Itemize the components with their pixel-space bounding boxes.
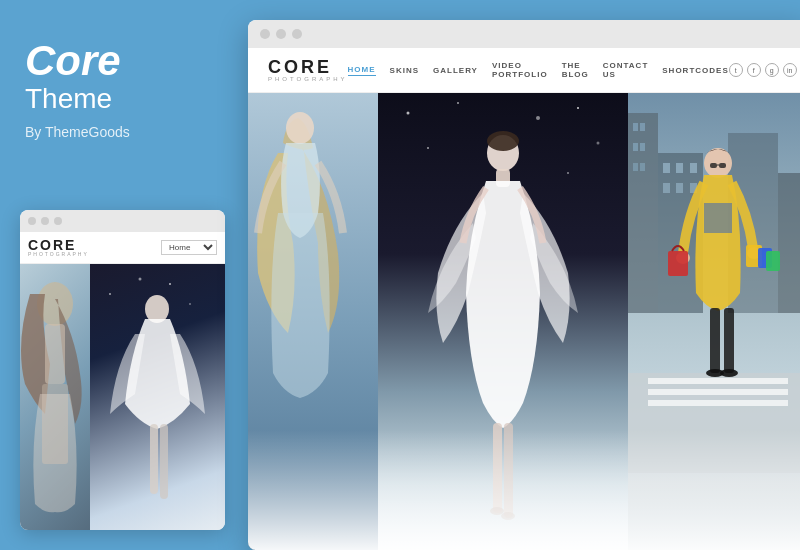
main-nav: CORE PHOTOGRAPHY HOME SKINS GALLERY VIDE… [248, 48, 800, 93]
theme-subtitle: Theme [25, 82, 215, 116]
svg-rect-43 [778, 173, 800, 313]
nav-link-skins[interactable]: SKINS [390, 66, 419, 75]
svg-rect-62 [766, 251, 780, 271]
mini-browser-bar [20, 210, 225, 232]
mini-logo-photo: PHOTOGRAPHY [28, 252, 89, 257]
photo-col-right [628, 93, 800, 550]
fashion-center-svg [378, 93, 628, 550]
svg-rect-23 [493, 423, 502, 513]
main-logo-photo-text: PHOTOGRAPHY [268, 76, 348, 82]
svg-rect-34 [640, 163, 645, 171]
fashion-right-svg [628, 93, 800, 550]
img-fashion-right [628, 93, 800, 550]
theme-title: Core [25, 40, 215, 82]
svg-rect-30 [640, 123, 645, 131]
svg-point-4 [139, 278, 142, 281]
main-nav-links: HOME SKINS GALLERY VIDEO PORTFOLIO THE B… [348, 61, 729, 79]
svg-rect-24 [504, 423, 513, 518]
svg-point-21 [487, 131, 519, 151]
mini-fashion-figure-1 [20, 264, 90, 530]
mini-logo: CORE PHOTOGRAPHY [28, 238, 89, 257]
svg-point-25 [490, 507, 504, 515]
svg-point-13 [407, 112, 410, 115]
mini-logo-core: CORE [28, 238, 89, 252]
img-fashion-center [378, 93, 628, 550]
mini-nav: CORE PHOTOGRAPHY Home About Gallery Cont… [20, 232, 225, 264]
svg-rect-33 [633, 163, 638, 171]
svg-rect-1 [45, 324, 65, 384]
mini-nav-select[interactable]: Home About Gallery Contact [161, 240, 217, 255]
svg-rect-47 [648, 400, 788, 406]
svg-point-3 [109, 293, 111, 295]
svg-rect-36 [663, 163, 670, 173]
mini-fashion-figure-2 [90, 264, 225, 530]
mini-dot-green [54, 217, 62, 225]
svg-point-16 [577, 107, 579, 109]
main-dot-3 [292, 29, 302, 39]
mini-img-center [90, 264, 225, 530]
svg-point-17 [597, 142, 600, 145]
svg-rect-46 [648, 389, 788, 395]
photo-col-center [378, 93, 628, 550]
main-browser: CORE PHOTOGRAPHY HOME SKINS GALLERY VIDE… [248, 20, 800, 550]
main-logo: CORE PHOTOGRAPHY [268, 58, 348, 82]
svg-point-6 [169, 283, 171, 285]
theme-by: By ThemeGoods [25, 124, 215, 140]
svg-rect-39 [663, 183, 670, 193]
nav-link-video-portfolio[interactable]: VIDEO PORTFOLIO [492, 61, 548, 79]
svg-point-26 [501, 512, 515, 520]
mini-img-left [20, 264, 90, 530]
img-fashion-left [248, 93, 378, 550]
nav-link-shortcodes[interactable]: SHORTCODES [662, 66, 728, 75]
social-icon-google-plus[interactable]: g [765, 63, 779, 77]
social-icon-facebook[interactable]: f [747, 63, 761, 77]
mini-dot-red [28, 217, 36, 225]
main-dot-1 [260, 29, 270, 39]
svg-rect-52 [704, 203, 732, 233]
svg-rect-59 [668, 251, 688, 276]
svg-point-5 [189, 303, 191, 305]
svg-rect-8 [150, 424, 158, 494]
main-dot-2 [276, 29, 286, 39]
mini-content [20, 264, 225, 530]
svg-point-7 [145, 295, 169, 323]
svg-rect-40 [676, 183, 683, 193]
social-icons: t f g in p v [729, 63, 800, 77]
svg-rect-55 [710, 308, 720, 373]
nav-link-home[interactable]: HOME [348, 65, 376, 76]
nav-link-gallery[interactable]: GALLERY [433, 66, 478, 75]
svg-point-14 [457, 102, 459, 104]
svg-point-48 [704, 148, 732, 178]
svg-rect-32 [640, 143, 645, 151]
social-icon-linkedin[interactable]: in [783, 63, 797, 77]
svg-rect-31 [633, 143, 638, 151]
mini-dot-yellow [41, 217, 49, 225]
svg-rect-37 [676, 163, 683, 173]
svg-point-11 [286, 112, 314, 144]
main-logo-core-text: CORE [268, 58, 348, 76]
svg-point-58 [720, 369, 738, 377]
svg-rect-45 [648, 378, 788, 384]
social-icon-twitter[interactable]: t [729, 63, 743, 77]
svg-rect-49 [710, 163, 717, 168]
mini-browser-preview: CORE PHOTOGRAPHY Home About Gallery Cont… [20, 210, 225, 530]
svg-point-18 [427, 147, 429, 149]
svg-rect-50 [719, 163, 726, 168]
svg-point-19 [567, 172, 569, 174]
nav-link-contact-us[interactable]: CONTACT US [603, 61, 649, 79]
svg-rect-9 [160, 424, 168, 499]
main-browser-bar [248, 20, 800, 48]
svg-rect-38 [690, 163, 697, 173]
left-panel: Core Theme By ThemeGoods CORE PHOTOGRAPH… [0, 0, 240, 550]
nav-link-the-blog[interactable]: THE BLOG [562, 61, 589, 79]
svg-rect-29 [633, 123, 638, 131]
svg-point-15 [536, 116, 540, 120]
svg-rect-56 [724, 308, 734, 373]
photo-col-left [248, 93, 378, 550]
main-content [248, 93, 800, 550]
svg-rect-44 [628, 373, 800, 473]
fashion-left-svg [248, 93, 378, 550]
